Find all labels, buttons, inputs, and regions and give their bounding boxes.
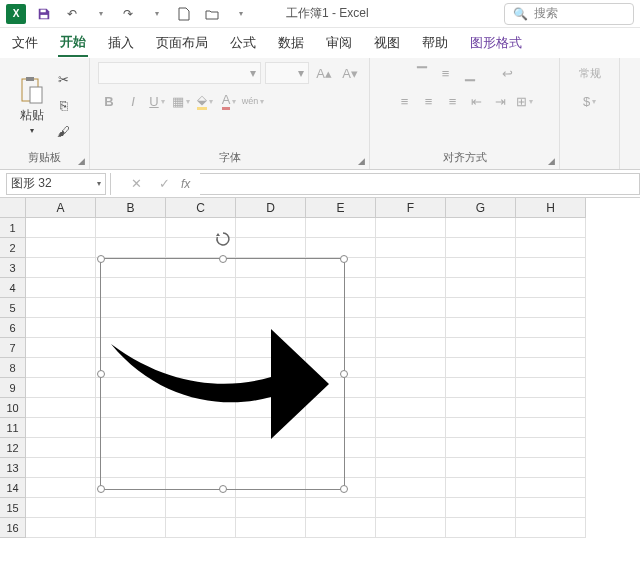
wrap-text-button[interactable]: ↩ [497, 62, 519, 84]
cell[interactable] [376, 298, 446, 318]
tab-shape-format[interactable]: 图形格式 [468, 30, 524, 56]
cell[interactable] [96, 498, 166, 518]
cell[interactable] [26, 318, 96, 338]
border-button[interactable]: ▦ [170, 90, 192, 112]
font-launcher-icon[interactable]: ◢ [355, 155, 367, 167]
cell[interactable] [446, 378, 516, 398]
cell[interactable] [236, 498, 306, 518]
select-all-corner[interactable] [0, 198, 26, 218]
undo-dropdown[interactable] [90, 4, 110, 24]
resize-handle-r[interactable] [340, 370, 348, 378]
row-header[interactable]: 2 [0, 238, 26, 258]
cell[interactable] [26, 418, 96, 438]
cell[interactable] [26, 458, 96, 478]
cell[interactable] [516, 218, 586, 238]
cell[interactable] [236, 238, 306, 258]
align-left-button[interactable]: ≡ [394, 90, 416, 112]
cell[interactable] [516, 458, 586, 478]
cell[interactable] [516, 298, 586, 318]
phonetic-button[interactable]: wén [242, 90, 264, 112]
cell[interactable] [376, 358, 446, 378]
cell[interactable] [96, 218, 166, 238]
fx-icon[interactable]: fx [181, 177, 190, 191]
cell[interactable] [376, 258, 446, 278]
cell[interactable] [446, 358, 516, 378]
row-header[interactable]: 14 [0, 478, 26, 498]
cell[interactable] [516, 378, 586, 398]
cell[interactable] [446, 338, 516, 358]
column-header[interactable]: C [166, 198, 236, 218]
tab-review[interactable]: 审阅 [324, 30, 354, 56]
merge-button[interactable]: ⊞ [514, 90, 536, 112]
column-header[interactable]: G [446, 198, 516, 218]
save-icon[interactable] [34, 4, 54, 24]
cell[interactable] [516, 398, 586, 418]
underline-button[interactable]: U [146, 90, 168, 112]
align-top-button[interactable]: ▔ [411, 62, 433, 84]
resize-handle-b[interactable] [219, 485, 227, 493]
shape-selection[interactable] [100, 258, 345, 490]
cell[interactable] [446, 318, 516, 338]
format-painter-button[interactable]: 🖌 [53, 120, 75, 142]
align-center-button[interactable]: ≡ [418, 90, 440, 112]
cell[interactable] [26, 338, 96, 358]
cell[interactable] [376, 438, 446, 458]
rotate-handle-icon[interactable] [213, 229, 233, 249]
row-header[interactable]: 7 [0, 338, 26, 358]
increase-font-button[interactable]: A▴ [313, 62, 335, 84]
row-header[interactable]: 11 [0, 418, 26, 438]
cell[interactable] [376, 418, 446, 438]
cell[interactable] [26, 358, 96, 378]
cell[interactable] [26, 378, 96, 398]
align-right-button[interactable]: ≡ [442, 90, 464, 112]
clipboard-launcher-icon[interactable]: ◢ [75, 155, 87, 167]
row-header[interactable]: 13 [0, 458, 26, 478]
decrease-indent-button[interactable]: ⇤ [466, 90, 488, 112]
tab-insert[interactable]: 插入 [106, 30, 136, 56]
bold-button[interactable]: B [98, 90, 120, 112]
cell[interactable] [306, 218, 376, 238]
cell[interactable] [446, 398, 516, 418]
open-file-icon[interactable] [202, 4, 222, 24]
column-header[interactable]: F [376, 198, 446, 218]
fill-color-button[interactable]: ⬙ [194, 90, 216, 112]
cell[interactable] [446, 518, 516, 538]
formula-input[interactable] [200, 173, 640, 195]
cell[interactable] [376, 478, 446, 498]
cell[interactable] [96, 518, 166, 538]
alignment-launcher-icon[interactable]: ◢ [545, 155, 557, 167]
cell[interactable] [446, 238, 516, 258]
cell[interactable] [26, 518, 96, 538]
new-file-icon[interactable] [174, 4, 194, 24]
resize-handle-tl[interactable] [97, 255, 105, 263]
tab-view[interactable]: 视图 [372, 30, 402, 56]
row-header[interactable]: 6 [0, 318, 26, 338]
cell[interactable] [516, 438, 586, 458]
copy-button[interactable]: ⎘ [53, 94, 75, 116]
cell[interactable] [376, 338, 446, 358]
cell[interactable] [26, 238, 96, 258]
cell[interactable] [376, 398, 446, 418]
cell[interactable] [446, 278, 516, 298]
arrow-shape-icon[interactable] [111, 309, 331, 459]
worksheet-grid[interactable]: ABCDEFGH 12345678910111213141516 [0, 198, 640, 576]
align-middle-button[interactable]: ≡ [435, 62, 457, 84]
cell[interactable] [516, 518, 586, 538]
accept-formula-button[interactable]: ✓ [153, 173, 175, 195]
cell[interactable] [516, 238, 586, 258]
row-header[interactable]: 9 [0, 378, 26, 398]
cell[interactable] [26, 218, 96, 238]
name-box[interactable]: 图形 32 ▾ [6, 173, 106, 195]
column-header[interactable]: B [96, 198, 166, 218]
decrease-font-button[interactable]: A▾ [339, 62, 361, 84]
tab-help[interactable]: 帮助 [420, 30, 450, 56]
resize-handle-l[interactable] [97, 370, 105, 378]
column-header[interactable]: A [26, 198, 96, 218]
cancel-formula-button[interactable]: ✕ [125, 173, 147, 195]
cell[interactable] [306, 498, 376, 518]
column-header[interactable]: H [516, 198, 586, 218]
tab-formulas[interactable]: 公式 [228, 30, 258, 56]
cell[interactable] [376, 518, 446, 538]
tab-file[interactable]: 文件 [10, 30, 40, 56]
number-format-label[interactable]: 常规 [579, 62, 601, 84]
